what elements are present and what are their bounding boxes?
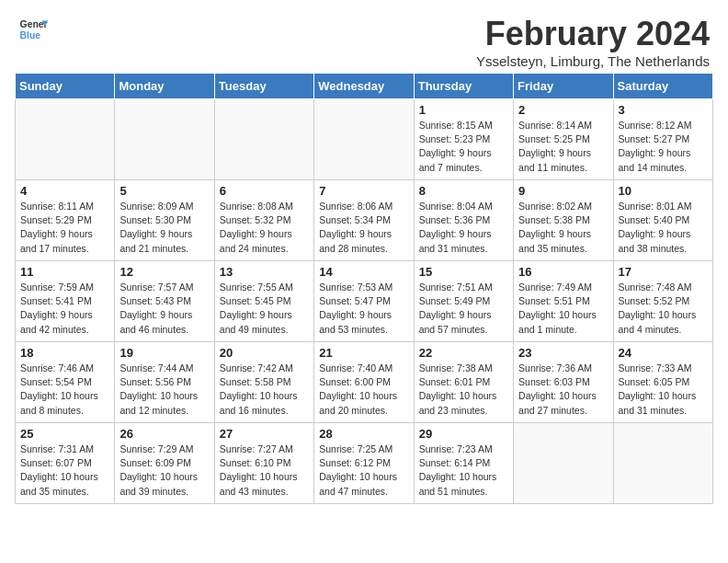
calendar-cell: 26Sunrise: 7:29 AM Sunset: 6:09 PM Dayli… [115,423,214,504]
day-info: Sunrise: 8:15 AM Sunset: 5:23 PM Dayligh… [419,119,508,175]
calendar-cell: 24Sunrise: 7:33 AM Sunset: 6:05 PM Dayli… [613,342,712,423]
svg-text:Blue: Blue [20,30,41,40]
day-info: Sunrise: 8:11 AM Sunset: 5:29 PM Dayligh… [20,200,109,256]
day-info: Sunrise: 8:02 AM Sunset: 5:38 PM Dayligh… [518,200,608,256]
day-info: Sunrise: 7:59 AM Sunset: 5:41 PM Dayligh… [20,281,109,337]
day-info: Sunrise: 8:14 AM Sunset: 5:25 PM Dayligh… [518,119,608,175]
calendar-cell: 12Sunrise: 7:57 AM Sunset: 5:43 PM Dayli… [115,261,214,342]
calendar-cell: 2Sunrise: 8:14 AM Sunset: 5:25 PM Daylig… [514,99,613,180]
calendar-cell: 22Sunrise: 7:38 AM Sunset: 6:01 PM Dayli… [414,342,513,423]
calendar-cell: 20Sunrise: 7:42 AM Sunset: 5:58 PM Dayli… [214,342,313,423]
day-info: Sunrise: 7:48 AM Sunset: 5:52 PM Dayligh… [619,281,708,337]
calendar-cell [613,423,712,504]
day-info: Sunrise: 7:23 AM Sunset: 6:14 PM Dayligh… [419,442,508,499]
day-info: Sunrise: 7:55 AM Sunset: 5:45 PM Dayligh… [220,281,309,337]
calendar-week-1: 1Sunrise: 8:15 AM Sunset: 5:23 PM Daylig… [16,99,713,180]
calendar-cell [514,423,613,504]
day-number: 13 [220,265,309,279]
day-info: Sunrise: 7:36 AM Sunset: 6:03 PM Dayligh… [518,362,608,418]
calendar-cell: 16Sunrise: 7:49 AM Sunset: 5:51 PM Dayli… [514,261,613,342]
day-info: Sunrise: 8:08 AM Sunset: 5:32 PM Dayligh… [220,200,309,256]
day-number: 11 [20,265,109,279]
calendar-cell: 4Sunrise: 8:11 AM Sunset: 5:29 PM Daylig… [16,180,115,261]
calendar-cell: 19Sunrise: 7:44 AM Sunset: 5:56 PM Dayli… [115,342,214,423]
day-number: 20 [220,346,309,360]
day-number: 26 [119,427,209,441]
calendar-body: 1Sunrise: 8:15 AM Sunset: 5:23 PM Daylig… [16,99,713,504]
day-info: Sunrise: 7:57 AM Sunset: 5:43 PM Dayligh… [119,281,209,337]
calendar-cell: 23Sunrise: 7:36 AM Sunset: 6:03 PM Dayli… [514,342,613,423]
col-friday: Friday [514,74,613,99]
calendar-cell: 10Sunrise: 8:01 AM Sunset: 5:40 PM Dayli… [613,180,712,261]
day-info: Sunrise: 7:49 AM Sunset: 5:51 PM Dayligh… [518,281,608,337]
day-number: 14 [319,265,408,279]
day-info: Sunrise: 7:38 AM Sunset: 6:01 PM Dayligh… [419,362,508,418]
calendar-cell: 28Sunrise: 7:25 AM Sunset: 6:12 PM Dayli… [314,423,414,504]
logo: General Blue [18,15,51,44]
col-saturday: Saturday [613,74,712,99]
day-info: Sunrise: 7:40 AM Sunset: 6:00 PM Dayligh… [319,362,408,418]
day-info: Sunrise: 7:44 AM Sunset: 5:56 PM Dayligh… [119,362,209,418]
calendar-cell: 6Sunrise: 8:08 AM Sunset: 5:32 PM Daylig… [214,180,313,261]
calendar-cell: 14Sunrise: 7:53 AM Sunset: 5:47 PM Dayli… [314,261,414,342]
calendar-cell [16,99,115,180]
day-number: 23 [518,346,608,360]
day-number: 27 [220,427,309,441]
calendar-container: Sunday Monday Tuesday Wednesday Thursday… [0,73,728,511]
calendar-cell: 1Sunrise: 8:15 AM Sunset: 5:23 PM Daylig… [414,99,513,180]
day-info: Sunrise: 7:25 AM Sunset: 6:12 PM Dayligh… [319,442,408,499]
calendar-table: Sunday Monday Tuesday Wednesday Thursday… [15,73,713,504]
calendar-cell [115,99,214,180]
day-number: 28 [319,427,408,441]
day-number: 6 [220,184,309,198]
day-number: 3 [619,103,708,117]
day-number: 29 [419,427,508,441]
day-number: 12 [119,265,209,279]
day-info: Sunrise: 7:29 AM Sunset: 6:09 PM Dayligh… [119,442,209,499]
calendar-cell: 15Sunrise: 7:51 AM Sunset: 5:49 PM Dayli… [414,261,513,342]
day-number: 2 [518,103,608,117]
day-info: Sunrise: 8:12 AM Sunset: 5:27 PM Dayligh… [619,119,708,175]
calendar-cell: 8Sunrise: 8:04 AM Sunset: 5:36 PM Daylig… [414,180,513,261]
day-number: 16 [518,265,608,279]
calendar-cell [214,99,313,180]
day-number: 9 [518,184,608,198]
day-number: 7 [319,184,408,198]
col-sunday: Sunday [16,74,115,99]
day-info: Sunrise: 7:51 AM Sunset: 5:49 PM Dayligh… [419,281,508,337]
calendar-cell: 25Sunrise: 7:31 AM Sunset: 6:07 PM Dayli… [16,423,115,504]
day-info: Sunrise: 8:06 AM Sunset: 5:34 PM Dayligh… [319,200,408,256]
calendar-cell: 11Sunrise: 7:59 AM Sunset: 5:41 PM Dayli… [16,261,115,342]
month-title: February 2024 [476,15,710,53]
calendar-week-2: 4Sunrise: 8:11 AM Sunset: 5:29 PM Daylig… [16,180,713,261]
calendar-cell: 13Sunrise: 7:55 AM Sunset: 5:45 PM Dayli… [214,261,313,342]
day-number: 8 [419,184,508,198]
day-number: 25 [20,427,109,441]
col-monday: Monday [115,74,214,99]
day-number: 22 [419,346,508,360]
day-number: 17 [619,265,708,279]
day-number: 24 [619,346,708,360]
day-info: Sunrise: 7:53 AM Sunset: 5:47 PM Dayligh… [319,281,408,337]
location-subtitle: Ysselsteyn, Limburg, The Netherlands [476,53,710,69]
logo-icon: General Blue [18,15,48,44]
calendar-cell: 7Sunrise: 8:06 AM Sunset: 5:34 PM Daylig… [314,180,414,261]
day-info: Sunrise: 8:04 AM Sunset: 5:36 PM Dayligh… [419,200,508,256]
calendar-cell: 27Sunrise: 7:27 AM Sunset: 6:10 PM Dayli… [214,423,313,504]
day-number: 10 [619,184,708,198]
calendar-cell: 21Sunrise: 7:40 AM Sunset: 6:00 PM Dayli… [314,342,414,423]
calendar-cell: 17Sunrise: 7:48 AM Sunset: 5:52 PM Dayli… [613,261,712,342]
calendar-week-4: 18Sunrise: 7:46 AM Sunset: 5:54 PM Dayli… [16,342,713,423]
calendar-week-5: 25Sunrise: 7:31 AM Sunset: 6:07 PM Dayli… [16,423,713,504]
day-info: Sunrise: 7:27 AM Sunset: 6:10 PM Dayligh… [220,442,309,499]
calendar-header-row: Sunday Monday Tuesday Wednesday Thursday… [16,74,713,99]
calendar-cell: 3Sunrise: 8:12 AM Sunset: 5:27 PM Daylig… [613,99,712,180]
day-info: Sunrise: 7:46 AM Sunset: 5:54 PM Dayligh… [20,362,109,418]
day-number: 4 [20,184,109,198]
day-info: Sunrise: 8:01 AM Sunset: 5:40 PM Dayligh… [619,200,708,256]
day-number: 21 [319,346,408,360]
day-number: 18 [20,346,109,360]
day-number: 5 [119,184,209,198]
day-number: 1 [419,103,508,117]
calendar-cell [314,99,414,180]
